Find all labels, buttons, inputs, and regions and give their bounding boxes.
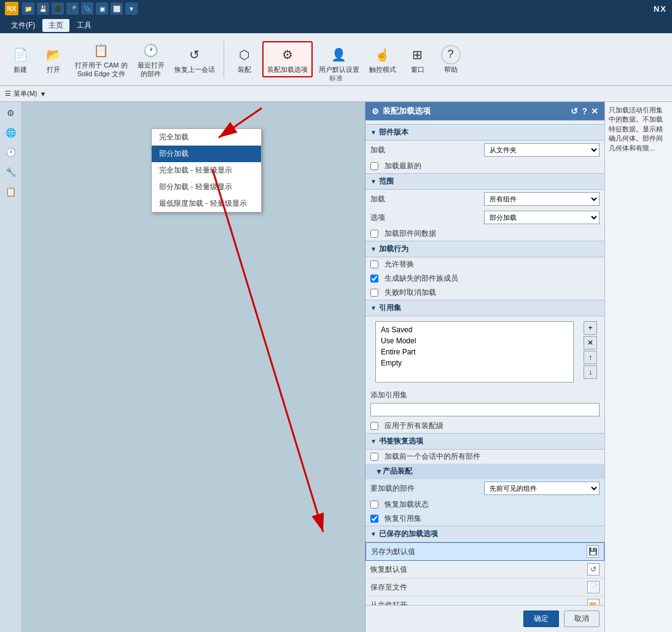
section-bookmark[interactable]: ▼ 书签恢复选项 (365, 433, 604, 450)
ok-button[interactable]: 确定 (523, 611, 559, 627)
section-part-version[interactable]: ▼ 部件版本 (365, 124, 604, 141)
section-refsets[interactable]: ▼ 引用集 (365, 300, 604, 316)
toolbar-user-btn[interactable]: 👤 用户默认设置 (315, 42, 363, 76)
sidebar-globe-icon[interactable]: 🌐 (2, 124, 20, 141)
section-toggle-scope: ▼ (370, 178, 377, 185)
dropdown-partial-load[interactable]: 部分加载 (152, 146, 261, 162)
load-select[interactable]: 从文件夹 (484, 143, 600, 157)
app-logo: NX (5, 2, 18, 15)
section-saved-options[interactable]: ▼ 已保存的加载选项 (365, 526, 604, 542)
load-scope-select[interactable]: 所有组件 (484, 192, 600, 206)
restore-label: 恢复上一会话 (174, 66, 215, 74)
cancel-on-fail-checkbox[interactable] (370, 289, 378, 297)
restore-refsets-label: 恢复引用集 (385, 513, 421, 524)
load-between-row: 加载部件间数据 (365, 227, 604, 241)
section-toggle-behavior: ▼ (370, 246, 377, 252)
toolbar-restore-btn[interactable]: ↺ 恢复上一会话 (171, 42, 219, 76)
restore-refsets-checkbox[interactable] (370, 515, 378, 523)
refset-as-saved[interactable]: As Saved (378, 324, 571, 335)
parts-to-load-label: 要加载的部件 (370, 483, 480, 494)
menu-label[interactable]: 菜单(M) (14, 89, 37, 98)
section-load-behavior[interactable]: ▼ 加载行为 (365, 241, 604, 257)
refset-entire-part[interactable]: Entire Part (378, 346, 571, 357)
toolbar-window-btn[interactable]: ⊞ 窗口 (402, 42, 433, 76)
open-label: 打开 (47, 66, 60, 74)
sidebar-settings-icon[interactable]: ⚙ (2, 104, 20, 122)
toolbar-section-label: 标准 (329, 74, 343, 83)
panel-body: ▼ 部件版本 加载 从文件夹 加载最新的 ▼ 范围 (365, 120, 604, 605)
window1-icon[interactable]: ▣ (96, 2, 108, 15)
load-all-parts-checkbox[interactable] (370, 453, 378, 461)
menu-home[interactable]: 主页 (42, 19, 69, 32)
allow-sub-row: 允许替换 (365, 257, 604, 271)
toolbar-new-btn[interactable]: 📄 新建 (5, 42, 36, 76)
toolbar-cam-btn[interactable]: 📋 打开用于 CAM 的Solid Edge 文件 (71, 38, 131, 80)
panel-help-icon[interactable]: ? (582, 106, 587, 116)
dropdown-full-load[interactable]: 完全加载 (152, 129, 261, 146)
sidebar-tools-icon[interactable]: 🔧 (2, 163, 20, 181)
menu-file[interactable]: 文件(F) (5, 19, 41, 32)
generate-missing-checkbox[interactable] (370, 275, 378, 283)
panel-reset-icon[interactable]: ↺ (571, 106, 578, 116)
sub-section-header-product[interactable]: ▼ 产品装配 (365, 464, 604, 479)
panel-with-tooltip: ⚙ 装配加载选项 ↺ ? ✕ ▼ 部件版本 加载 (365, 102, 672, 632)
sidebar-layers-icon[interactable]: 📋 (2, 183, 20, 200)
toolbar-touch-btn[interactable]: ☝ 触控模式 (365, 42, 400, 76)
refset-remove-btn[interactable]: ✕ (584, 336, 597, 349)
sidebar-clock-icon[interactable]: 🕐 (2, 144, 20, 161)
saved-item-save-file[interactable]: 保存至文件 📄 (365, 579, 604, 596)
square-icon[interactable]: ⬛ (52, 2, 64, 15)
toolbar-load-options-btn[interactable]: ⚙ 装配加载选项 (262, 41, 313, 77)
options-select[interactable]: 部分加载 (484, 211, 600, 224)
refset-empty[interactable]: Empty (378, 357, 571, 369)
dropdown-full-light[interactable]: 完全加载 - 轻量级显示 (152, 162, 261, 179)
svg-line-2 (213, 170, 323, 532)
refset-down-btn[interactable]: ↓ (584, 365, 597, 379)
saved-item-save-default[interactable]: 另存为默认值 💾 (365, 542, 604, 561)
window2-icon[interactable]: ⬜ (111, 2, 123, 15)
apply-all-checkbox[interactable] (370, 422, 378, 430)
restore-load-state-checkbox[interactable] (370, 501, 378, 509)
add-refset-input[interactable] (370, 403, 600, 416)
toolbar-recent-btn[interactable]: 🕐 最近打开的部件 (134, 38, 168, 80)
refset-add-btn[interactable]: + (584, 321, 597, 335)
sub-section-toggle: ▼ (375, 467, 383, 476)
toolbar-assembly-btn[interactable]: ⬡ 装配 (229, 42, 260, 76)
options-dropdown[interactable]: 完全加载 部分加载 完全加载 - 轻量级显示 部分加载 - 轻量级显示 最低限度… (151, 128, 262, 213)
new-label: 新建 (14, 66, 27, 74)
menu-tools[interactable]: 工具 (71, 19, 98, 32)
dropdown-partial-light[interactable]: 部分加载 - 轻量级显示 (152, 179, 261, 195)
section-toggle-part-version: ▼ (370, 129, 377, 136)
save2-icon[interactable]: 💾 (37, 2, 49, 15)
cancel-button[interactable]: 取消 (564, 611, 600, 627)
generate-missing-row: 生成缺失的部件族成员 (365, 271, 604, 286)
refset-use-model[interactable]: Use Model (378, 335, 571, 346)
tooltip-area: 只加载活动引用集中的数据。不加载特征数据。显示精确几何体。部件间几何体和有限..… (604, 102, 672, 632)
section-scope[interactable]: ▼ 范围 (365, 173, 604, 190)
mic-icon[interactable]: 🎤 (66, 2, 79, 15)
clip-icon[interactable]: 📎 (81, 2, 93, 15)
parts-to-load-select[interactable]: 先前可见的组件 (484, 482, 600, 495)
allow-sub-checkbox[interactable] (370, 260, 378, 268)
dropdown-icon[interactable]: ▼ (125, 2, 138, 15)
dropdown-minimal-light[interactable]: 最低限度加载 - 轻量级显示 (152, 195, 261, 212)
toolbar: 📄 新建 📂 打开 📋 打开用于 CAM 的Solid Edge 文件 🕐 最近… (0, 33, 672, 86)
recent-label: 最近打开的部件 (138, 61, 165, 77)
saved-item-open-file[interactable]: 从文件打开 📂 (365, 596, 604, 605)
save-default-icon: 💾 (587, 545, 599, 558)
separator1 (224, 41, 224, 78)
load-latest-checkbox[interactable] (370, 162, 378, 170)
load-between-checkbox[interactable] (370, 230, 378, 238)
toolbar-open-btn[interactable]: 📂 打开 (38, 42, 69, 76)
secondary-toolbar: ☰ 菜单(M) ▼ (0, 86, 672, 102)
add-refset-row: 添加引用集 (365, 388, 604, 403)
dropdown-chevron[interactable]: ▼ (40, 90, 47, 98)
toolbar-help-btn[interactable]: ? 帮助 (436, 42, 466, 76)
saved-item-restore-default[interactable]: 恢复默认值 ↺ (365, 561, 604, 579)
title-bar-icons[interactable]: 📁 💾 ⬛ 🎤 📎 ▣ ⬜ ▼ (22, 2, 138, 15)
title-bar-left: NX 📁 💾 ⬛ 🎤 📎 ▣ ⬜ ▼ (5, 2, 138, 15)
save-icon[interactable]: 📁 (22, 2, 34, 15)
panel-close-icon[interactable]: ✕ (591, 106, 598, 116)
refset-up-btn[interactable]: ↑ (584, 351, 597, 364)
section-toggle-bookmark: ▼ (370, 438, 377, 445)
